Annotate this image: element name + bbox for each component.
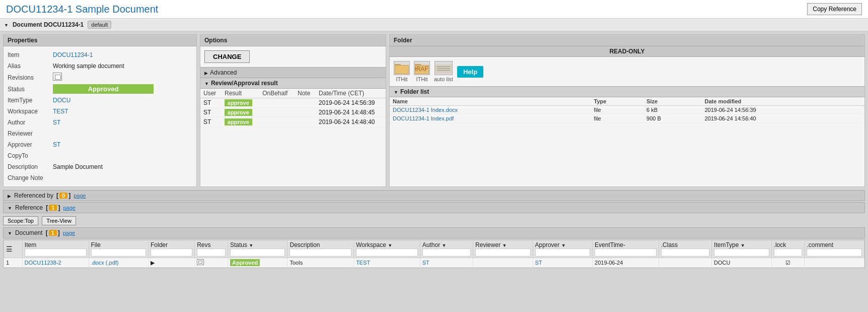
ref-col-hamburger: ☰ — [4, 240, 23, 258]
readonly-bar: READ-ONLY — [390, 46, 864, 57]
svg-rect-7 — [435, 64, 452, 74]
advanced-label: Advanced — [210, 69, 237, 76]
reference-bar[interactable]: Reference [1] page — [3, 202, 865, 213]
review-col-user: User — [200, 89, 222, 98]
ref-col-author: Author ▼ — [420, 240, 473, 258]
scope-top-button[interactable]: Scope:Top — [3, 216, 38, 225]
doc-section-bar: Document [1] page — [3, 227, 865, 238]
ref-row-author[interactable]: ST — [420, 258, 473, 268]
prop-value-author[interactable]: ST — [53, 119, 192, 126]
folder-icon-img-1 — [394, 61, 410, 75]
review-row-2: ST approve 2019-06-24 14:48:45 — [200, 108, 386, 117]
review-row-3: ST approve 2019-06-24 14:48:40 — [200, 117, 386, 127]
ref-filter-status[interactable] — [230, 248, 285, 257]
ref-filter-comment[interactable] — [807, 248, 862, 257]
doc-bar-chevron[interactable] — [4, 21, 9, 28]
folder-icon-ithit1[interactable]: ITHit — [394, 61, 410, 82]
prop-value-workspace[interactable]: TEST — [53, 108, 192, 115]
ref-filter-file[interactable] — [91, 248, 146, 257]
prop-value-itemtype[interactable]: DOCU — [53, 97, 192, 104]
refby-chevron — [8, 192, 11, 199]
prop-value-status: Approved — [53, 84, 154, 94]
prop-label-approver: Approver — [8, 141, 53, 148]
ref-row-approver[interactable]: ST — [533, 258, 592, 268]
doc-bar-label: Document DOCU11234-1 — [13, 21, 84, 28]
ref-row-lock: ☑ — [771, 258, 805, 268]
folder-icon-label-2: ITHit — [416, 76, 427, 82]
ref-row-workspace[interactable]: TEST — [354, 258, 420, 268]
ref-filter-lock[interactable] — [774, 248, 803, 257]
review-chevron — [204, 80, 209, 87]
folder-svg-3 — [435, 62, 452, 74]
ref-row-file[interactable]: .docx (.pdf) — [89, 258, 148, 268]
ref-row-folder[interactable]: ▶ — [149, 258, 195, 268]
referenced-by-bar[interactable]: Referenced by [0] page — [3, 190, 865, 201]
ref-filter-description[interactable] — [290, 248, 351, 257]
ref-filter-itemtype[interactable] — [714, 248, 769, 257]
prop-author: Author ST — [8, 117, 192, 128]
help-button[interactable]: Help — [457, 66, 483, 78]
folder-list-label: Folder list — [400, 88, 429, 95]
doc-page[interactable]: page — [63, 230, 75, 236]
ref-col-description: Description — [287, 240, 354, 258]
ref-filter-workspace[interactable] — [356, 248, 418, 257]
folder-file-type-1: file — [591, 106, 643, 114]
folder-list-bar: Folder list — [390, 86, 864, 97]
review-datetime-2: 2019-06-24 14:48:45 — [316, 108, 386, 117]
folder-icon-autolist[interactable]: auto list — [434, 61, 453, 82]
ref-col-file: File — [89, 240, 148, 258]
refby-page[interactable]: page — [74, 193, 86, 199]
prop-reviewer: Reviewer — [8, 128, 192, 139]
folder-col-type: Type — [591, 97, 643, 106]
properties-header: Properties — [4, 35, 196, 46]
ref-filter-eventtime[interactable] — [595, 248, 657, 257]
scope-area: Scope:Top Tree-View — [3, 214, 865, 227]
doc-section-chevron — [8, 229, 12, 236]
ref-label: Reference — [15, 204, 43, 211]
folder-file-type-2: file — [591, 114, 643, 123]
ref-page[interactable]: page — [63, 205, 75, 211]
properties-panel: Properties Item DOCU11234-1 Alias Workin… — [3, 34, 197, 187]
folder-file-name-2[interactable]: DOCU11234-1 Index.pdf — [390, 114, 591, 123]
hamburger-icon[interactable]: ☰ — [6, 245, 13, 253]
folder-file-name-1[interactable]: DOCU11234-1 Index.docx — [390, 106, 591, 114]
options-panel: Options CHANGE Advanced Review/Approval … — [200, 34, 386, 187]
ref-col-status: Status ▼ — [228, 240, 287, 258]
review-onbehalf-2 — [259, 108, 295, 117]
ref-filter-folder[interactable] — [151, 248, 192, 257]
change-button[interactable]: CHANGE — [204, 50, 250, 63]
ref-row-item[interactable]: DOCU11238-2 — [22, 258, 89, 268]
folder-header: Folder — [390, 35, 864, 46]
page-title: DOCU11234-1 Sample Document — [6, 4, 158, 15]
prop-label-changenote: Change Note — [8, 174, 53, 181]
ref-filter-reviewer[interactable] — [475, 248, 530, 257]
ref-filter-item[interactable] — [25, 248, 87, 257]
treeview-button[interactable]: Tree-View — [42, 216, 76, 225]
prop-status: Status Approved — [8, 83, 192, 95]
main-area: Properties Item DOCU11234-1 Alias Workin… — [0, 31, 868, 190]
ref-row-num: 1 — [4, 258, 23, 268]
folder-panel: Folder READ-ONLY ITHit — [389, 34, 865, 187]
svg-rect-2 — [395, 66, 408, 74]
ref-filter-author[interactable] — [422, 248, 471, 257]
ref-row-itemtype: DOCU — [712, 258, 771, 268]
ref-filter-approver[interactable] — [535, 248, 590, 257]
ref-filter-revs[interactable] — [197, 248, 226, 257]
ref-row-eventtime: 2019-06-24 — [593, 258, 659, 268]
folder-col-modified: Date modified — [702, 97, 865, 106]
folder-icon-img-3 — [435, 61, 453, 75]
copy-reference-button[interactable]: Copy Reference — [807, 3, 862, 15]
review-col-result: Result — [222, 89, 259, 98]
doc-count: 1 — [49, 230, 57, 236]
prop-value-item[interactable]: DOCU11234-1 — [53, 51, 192, 58]
review-user-2: ST — [200, 108, 222, 117]
prop-value-approver[interactable]: ST — [53, 141, 192, 148]
folder-file-row-2: DOCU11234-1 Index.pdf file 900 B 2019-06… — [390, 114, 864, 123]
folder-icon-ithit2[interactable]: DRAFT ITHit — [414, 61, 430, 82]
ref-filter-class[interactable] — [661, 248, 709, 257]
advanced-bar[interactable]: Advanced — [200, 67, 386, 78]
prop-copyto: CopyTo — [8, 150, 192, 161]
ref-col-itemtype: ItemType ▼ — [712, 240, 771, 258]
prop-revisions: Revisions — [8, 72, 192, 83]
svg-text:DRAFT: DRAFT — [415, 66, 429, 73]
